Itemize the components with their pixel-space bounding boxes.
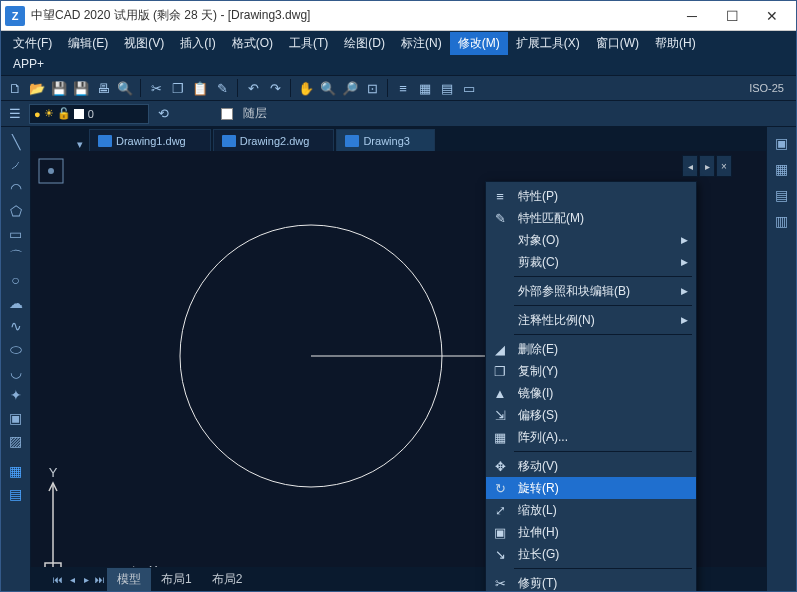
menu-item-偏移S[interactable]: ⇲偏移(S) xyxy=(486,404,696,426)
main-area: ╲ ⟋ ◠ ⬠ ▭ ⌒ ○ ☁ ∿ ⬭ ◡ ✦ ▣ ▨ ▦ ▤ ▾ Drawin xyxy=(1,127,796,591)
menu-item-拉长G[interactable]: ↘拉长(G) xyxy=(486,543,696,565)
layout2-tab[interactable]: 布局2 xyxy=(202,568,253,591)
rect-icon[interactable]: ▭ xyxy=(4,223,28,245)
ellipse-arc-icon[interactable]: ◡ xyxy=(4,361,28,383)
line-icon[interactable]: ╲ xyxy=(4,131,28,153)
match-icon[interactable]: ✎ xyxy=(212,78,232,98)
layer-prev-icon[interactable]: ⟲ xyxy=(153,104,173,124)
grid-icon[interactable]: ▦ xyxy=(4,460,28,482)
paste-icon[interactable]: 📋 xyxy=(190,78,210,98)
menu-tools[interactable]: 工具(T) xyxy=(281,32,336,55)
menu-extension[interactable]: 扩展工具(X) xyxy=(508,32,588,55)
menu-item-移动V[interactable]: ✥移动(V) xyxy=(486,455,696,477)
doc-tab-1[interactable]: Drawing1.dwg xyxy=(89,129,211,151)
preview-icon[interactable]: 🔍 xyxy=(115,78,135,98)
layer-dropdown[interactable]: ● ☀ 🔓 0 xyxy=(29,104,149,124)
menu-dimension[interactable]: 标注(N) xyxy=(393,32,450,55)
menu-item-特性匹配M[interactable]: ✎特性匹配(M) xyxy=(486,207,696,229)
hatch-icon[interactable]: ▨ xyxy=(4,430,28,452)
nav-right-icon[interactable]: ▸ xyxy=(699,155,715,177)
doc-tab-2[interactable]: Drawing2.dwg xyxy=(213,129,335,151)
cloud-icon[interactable]: ☁ xyxy=(4,292,28,314)
menu-separator xyxy=(514,276,692,277)
props-icon[interactable]: ≡ xyxy=(393,78,413,98)
layout1-tab[interactable]: 布局1 xyxy=(151,568,202,591)
prev-icon[interactable]: ◂ xyxy=(65,574,79,585)
menu-separator xyxy=(514,305,692,306)
undo-icon[interactable]: ↶ xyxy=(243,78,263,98)
menu-item-删除E[interactable]: ◢删除(E) xyxy=(486,338,696,360)
block-icon[interactable]: ▣ xyxy=(4,407,28,429)
close-button[interactable]: ✕ xyxy=(752,2,792,30)
zoom-icon[interactable]: 🔍 xyxy=(318,78,338,98)
nav-left-icon[interactable]: ◂ xyxy=(682,155,698,177)
menu-item-修剪T[interactable]: ✂修剪(T) xyxy=(486,572,696,591)
menu-item-注释性比例N[interactable]: 注释性比例(N)▶ xyxy=(486,309,696,331)
app-plus-bar[interactable]: APP+ xyxy=(1,55,796,75)
point-icon[interactable]: ✦ xyxy=(4,384,28,406)
menu-edit[interactable]: 编辑(E) xyxy=(60,32,116,55)
menu-window[interactable]: 窗口(W) xyxy=(588,32,647,55)
calc-icon[interactable]: ▭ xyxy=(459,78,479,98)
doc-tab-3[interactable]: Drawing3 xyxy=(336,129,434,151)
arc2-icon[interactable]: ⌒ xyxy=(4,246,28,268)
palette3-icon[interactable]: ▤ xyxy=(770,183,794,207)
redo-icon[interactable]: ↷ xyxy=(265,78,285,98)
last-icon[interactable]: ⏭ xyxy=(93,574,107,585)
tab-nav-prev[interactable]: ▾ xyxy=(71,138,89,151)
pan-icon[interactable]: ✋ xyxy=(296,78,316,98)
circle-icon[interactable]: ○ xyxy=(4,269,28,291)
cut-icon[interactable]: ✂ xyxy=(146,78,166,98)
menu-item-镜像I[interactable]: ▲镜像(I) xyxy=(486,382,696,404)
model-tab[interactable]: 模型 xyxy=(107,568,151,591)
first-icon[interactable]: ⏮ xyxy=(51,574,65,585)
menu-item-阵列A[interactable]: ▦阵列(A)... xyxy=(486,426,696,448)
palette2-icon[interactable]: ▦ xyxy=(770,157,794,181)
zoom-ext-icon[interactable]: 🔎 xyxy=(340,78,360,98)
maximize-button[interactable]: ☐ xyxy=(712,2,752,30)
minimize-button[interactable]: ─ xyxy=(672,2,712,30)
zoom-win-icon[interactable]: ⊡ xyxy=(362,78,382,98)
palette1-icon[interactable]: ▣ xyxy=(770,131,794,155)
arc-icon[interactable]: ◠ xyxy=(4,177,28,199)
color-box[interactable] xyxy=(221,108,233,120)
menu-modify[interactable]: 修改(M) xyxy=(450,32,508,55)
menu-item-拉伸H[interactable]: ▣拉伸(H) xyxy=(486,521,696,543)
menu-item-对象O[interactable]: 对象(O)▶ xyxy=(486,229,696,251)
layer-manager-icon[interactable]: ☰ xyxy=(5,104,25,124)
palette-icon[interactable]: ▤ xyxy=(437,78,457,98)
menu-item-剪裁C[interactable]: 剪裁(C)▶ xyxy=(486,251,696,273)
table-icon[interactable]: ▤ xyxy=(4,483,28,505)
save-icon[interactable]: 💾 xyxy=(49,78,69,98)
ellipse-icon[interactable]: ⬭ xyxy=(4,338,28,360)
submenu-arrow-icon: ▶ xyxy=(681,286,688,296)
saveas-icon[interactable]: 💾 xyxy=(71,78,91,98)
copy-icon[interactable]: ❐ xyxy=(168,78,188,98)
open-icon[interactable]: 📂 xyxy=(27,78,47,98)
menu-item-特性P[interactable]: ≡特性(P) xyxy=(486,185,696,207)
spline-icon[interactable]: ∿ xyxy=(4,315,28,337)
polyline-icon[interactable]: ⟋ xyxy=(4,154,28,176)
menu-view[interactable]: 视图(V) xyxy=(116,32,172,55)
separator xyxy=(290,79,291,97)
next-icon[interactable]: ▸ xyxy=(79,574,93,585)
menu-file[interactable]: 文件(F) xyxy=(5,32,60,55)
menu-item-缩放L[interactable]: ⤢缩放(L) xyxy=(486,499,696,521)
menu-insert[interactable]: 插入(I) xyxy=(172,32,223,55)
menu-help[interactable]: 帮助(H) xyxy=(647,32,704,55)
print-icon[interactable]: 🖶 xyxy=(93,78,113,98)
nav-close-icon[interactable]: × xyxy=(716,155,732,177)
menu-item-旋转R[interactable]: ↻旋转(R) xyxy=(486,477,696,499)
menu-draw[interactable]: 绘图(D) xyxy=(336,32,393,55)
menu-format[interactable]: 格式(O) xyxy=(224,32,281,55)
dwg-icon xyxy=(222,135,236,147)
menu-item-label: 拉伸(H) xyxy=(518,524,688,541)
menu-item-外部参照和块编辑B[interactable]: 外部参照和块编辑(B)▶ xyxy=(486,280,696,302)
design-center-icon[interactable]: ▦ xyxy=(415,78,435,98)
viewcube[interactable] xyxy=(31,151,71,191)
menu-item-复制Y[interactable]: ❐复制(Y) xyxy=(486,360,696,382)
bylayer-label[interactable]: 随层 xyxy=(243,105,267,122)
polygon-icon[interactable]: ⬠ xyxy=(4,200,28,222)
new-icon[interactable]: 🗋 xyxy=(5,78,25,98)
palette4-icon[interactable]: ▥ xyxy=(770,209,794,233)
